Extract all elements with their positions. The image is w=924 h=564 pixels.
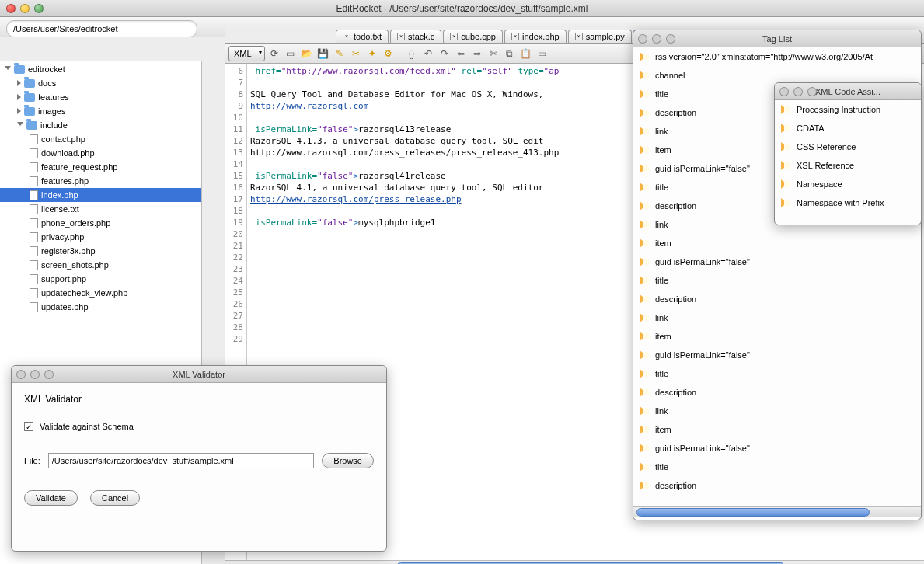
fwd-icon[interactable]: ⇒: [470, 47, 484, 61]
tree-file[interactable]: screen_shots.php: [0, 258, 201, 272]
tree-folder[interactable]: features: [0, 90, 201, 104]
file-icon: [30, 274, 38, 284]
tree-file[interactable]: features.php: [0, 174, 201, 188]
code-assist-panel[interactable]: XML Code Assi... Processing InstructionC…: [774, 82, 922, 225]
tag-list-item[interactable]: description: [633, 476, 921, 495]
file-path-input[interactable]: [48, 453, 315, 468]
file-icon: [30, 190, 38, 200]
tree-file[interactable]: download.php: [0, 146, 201, 160]
back-icon[interactable]: ⇐: [454, 47, 468, 61]
wand-icon[interactable]: ✎: [333, 47, 347, 61]
tree-file[interactable]: privacy.php: [0, 230, 201, 244]
bracket-icon[interactable]: {}: [405, 47, 419, 61]
disclosure-icon[interactable]: [17, 94, 21, 100]
tag-icon: [640, 332, 650, 341]
close-tab-icon[interactable]: ×: [575, 33, 583, 40]
redo-icon[interactable]: ↷: [438, 47, 452, 61]
tag-list-item[interactable]: title: [633, 458, 921, 476]
paste-icon[interactable]: 📋: [519, 47, 533, 61]
editor-tab[interactable]: ×index.php: [504, 30, 567, 43]
editor-tab[interactable]: ×stack.c: [390, 30, 441, 43]
panel-scrollbar[interactable]: [633, 506, 921, 517]
disclosure-icon[interactable]: [17, 108, 21, 114]
editor-tab[interactable]: ×todo.txt: [336, 30, 389, 43]
tag-icon: [640, 313, 650, 322]
cancel-button[interactable]: Cancel: [90, 490, 140, 506]
tag-icon: [640, 52, 650, 61]
close-tab-icon[interactable]: ×: [511, 33, 519, 40]
close-tab-icon[interactable]: ×: [450, 33, 458, 40]
tag-list-item[interactable]: guid isPermaLink="false": [633, 252, 921, 271]
tag-icon: [640, 201, 650, 211]
tree-folder[interactable]: include: [0, 118, 201, 132]
file-icon: [30, 162, 38, 172]
file-icon: [30, 246, 38, 256]
tree-folder[interactable]: images: [0, 104, 201, 118]
disclosure-icon[interactable]: [5, 66, 11, 73]
tree-file[interactable]: phone_orders.php: [0, 216, 201, 230]
tree-file[interactable]: support.php: [0, 272, 201, 286]
tree-file[interactable]: license.txt: [0, 202, 201, 216]
tree-file[interactable]: index.php: [0, 188, 201, 202]
tag-list-item[interactable]: link: [633, 308, 921, 327]
tag-list-item[interactable]: description: [633, 290, 921, 308]
tree-folder[interactable]: docs: [0, 76, 201, 90]
cut-icon[interactable]: ✄: [486, 47, 500, 61]
tag-list-item[interactable]: guid isPermaLink="false": [633, 439, 921, 458]
tag-list-item[interactable]: item: [633, 327, 921, 346]
validate-button[interactable]: Validate: [24, 490, 78, 506]
code-assist-item[interactable]: Namespace: [775, 175, 921, 193]
undo-icon[interactable]: ↶: [421, 47, 435, 61]
tool-icon[interactable]: ✦: [365, 47, 379, 61]
file-icon: [30, 134, 38, 144]
editor-tab[interactable]: ×cube.cpp: [443, 30, 503, 43]
tree-file[interactable]: updates.php: [0, 300, 201, 314]
code-assist-item[interactable]: CSS Reference: [775, 138, 921, 156]
open-icon[interactable]: 📂: [300, 47, 314, 61]
horizontal-scrollbar[interactable]: [225, 560, 924, 564]
tag-icon: [640, 294, 650, 304]
disclosure-icon[interactable]: [17, 122, 23, 129]
tag-list-item[interactable]: link: [633, 402, 921, 420]
tree-file[interactable]: register3x.php: [0, 244, 201, 258]
tag-list-item[interactable]: rss version="2.0" xmlns:atom="http://www…: [633, 47, 921, 66]
tool-icon[interactable]: ⚙: [382, 47, 396, 61]
tag-list-item[interactable]: title: [633, 364, 921, 383]
tag-icon: [640, 164, 650, 173]
folder-icon: [24, 79, 35, 88]
tag-list-item[interactable]: description: [633, 383, 921, 402]
code-assist-item[interactable]: XSL Reference: [775, 156, 921, 175]
file-icon: [30, 260, 38, 270]
browse-button[interactable]: Browse: [322, 453, 374, 468]
language-select[interactable]: XML: [228, 46, 265, 61]
tree-file[interactable]: feature_request.php: [0, 160, 201, 174]
disclosure-icon[interactable]: [17, 80, 21, 86]
tag-list-item[interactable]: item: [633, 420, 921, 439]
close-tab-icon[interactable]: ×: [343, 33, 350, 40]
validate-schema-checkbox[interactable]: ✓: [24, 422, 33, 431]
refresh-icon[interactable]: ⟳: [267, 47, 281, 61]
tag-list-item[interactable]: guid isPermaLink="false": [633, 346, 921, 364]
tree-file[interactable]: contact.php: [0, 132, 201, 146]
tag-icon: [781, 198, 792, 207]
editor-tab[interactable]: ×sample.py: [568, 30, 632, 43]
tag-icon: [640, 481, 650, 490]
save-icon[interactable]: 💾: [316, 47, 330, 61]
tool-icon[interactable]: ▭: [535, 47, 549, 61]
code-assist-item[interactable]: Processing Instruction: [775, 100, 921, 119]
tag-icon: [640, 257, 650, 266]
tree-file[interactable]: updatecheck_view.php: [0, 286, 201, 300]
close-tab-icon[interactable]: ×: [397, 33, 405, 40]
file-label: File:: [24, 456, 40, 465]
xml-validator-dialog[interactable]: XML Validator XML Validator ✓ Validate a…: [11, 365, 387, 552]
tool-icon[interactable]: ✂: [349, 47, 363, 61]
code-assist-item[interactable]: CDATA: [775, 119, 921, 138]
new-file-icon[interactable]: ▭: [284, 47, 298, 61]
tag-icon: [640, 462, 650, 472]
tree-root[interactable]: editrocket: [0, 62, 201, 76]
code-assist-item[interactable]: Namespace with Prefix: [775, 193, 921, 212]
copy-icon[interactable]: ⧉: [503, 47, 517, 61]
tag-list-item[interactable]: item: [633, 234, 921, 252]
path-input[interactable]: /Users/user/Sites/editrocket: [6, 20, 197, 37]
tag-list-item[interactable]: title: [633, 271, 921, 290]
